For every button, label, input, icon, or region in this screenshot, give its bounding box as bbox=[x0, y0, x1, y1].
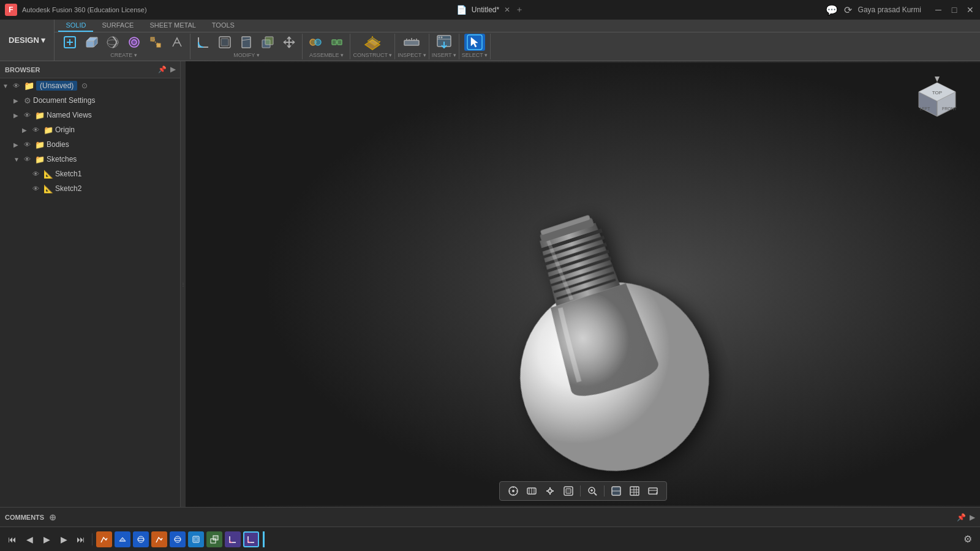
rib-button[interactable] bbox=[167, 34, 187, 51]
eye-unsaved[interactable]: 👁 bbox=[13, 82, 20, 89]
browser-resize-handle[interactable]: ⋮ bbox=[181, 61, 186, 507]
comments-expand-icon[interactable]: ▶ bbox=[970, 513, 975, 522]
timeline-item-1[interactable] bbox=[115, 531, 130, 547]
shell-button[interactable] bbox=[214, 34, 235, 51]
tab-tools[interactable]: TOOLS bbox=[205, 20, 242, 32]
timeline-item-0[interactable] bbox=[96, 531, 112, 547]
zoom-window-button[interactable] bbox=[584, 484, 601, 498]
comments-pin-icon[interactable]: 📌 bbox=[957, 513, 966, 522]
svg-rect-11 bbox=[157, 43, 160, 47]
browser-pin-icon[interactable]: 📌 bbox=[158, 66, 167, 73]
timeline-item-5[interactable] bbox=[188, 531, 204, 547]
create-label: CREATE ▾ bbox=[110, 52, 137, 58]
loft-button[interactable] bbox=[145, 34, 166, 51]
eye-sketch2[interactable]: 👁 bbox=[32, 185, 39, 192]
display-mode-button[interactable] bbox=[608, 484, 625, 498]
construct-group: CONSTRUCT ▾ bbox=[350, 34, 395, 59]
timeline-item-6[interactable] bbox=[206, 531, 222, 547]
minimize-button[interactable]: ─ bbox=[933, 5, 943, 15]
select-button[interactable] bbox=[464, 34, 485, 51]
eye-named[interactable]: 👁 bbox=[24, 111, 31, 119]
draft-button[interactable] bbox=[236, 34, 257, 51]
tab-solid[interactable]: SOLID bbox=[58, 20, 93, 32]
tree-item-bodies[interactable]: ▶ 👁 📁 Bodies bbox=[0, 137, 180, 152]
timeline-next-button[interactable]: ▶ bbox=[56, 532, 71, 547]
tab-surface[interactable]: SURFACE bbox=[94, 20, 141, 32]
offset-plane-button[interactable] bbox=[362, 34, 383, 51]
comments-add-icon[interactable]: ⊕ bbox=[49, 512, 56, 522]
select-label: SELECT ▾ bbox=[462, 52, 488, 58]
toolbar-buttons-row: CREATE ▾ bbox=[55, 32, 980, 61]
timeline-item-8[interactable] bbox=[243, 531, 259, 547]
tree-item-origin[interactable]: ▶ 👁 📁 Origin bbox=[0, 122, 180, 137]
svg-text:LEFT: LEFT bbox=[919, 107, 930, 111]
insert-buttons bbox=[434, 34, 454, 51]
browser-expand-icon[interactable]: ▶ bbox=[170, 66, 175, 73]
more-display-button[interactable] bbox=[644, 484, 662, 498]
fillet-icon bbox=[196, 35, 211, 50]
snap-button[interactable] bbox=[505, 484, 522, 498]
insert-group: INSERT ▾ bbox=[429, 34, 459, 59]
insert-mcmaster-button[interactable] bbox=[434, 34, 454, 51]
timeline-item-3[interactable] bbox=[151, 531, 167, 547]
svg-rect-68 bbox=[566, 489, 571, 493]
grid-toggle-button[interactable] bbox=[626, 484, 643, 498]
zoom-fit-button[interactable] bbox=[560, 484, 577, 498]
tree-item-sketches[interactable]: ▼ 👁 📁 Sketches bbox=[0, 152, 180, 167]
eye-origin[interactable]: 👁 bbox=[32, 126, 39, 133]
revolve-tl-icon bbox=[135, 534, 146, 545]
eye-sketch1[interactable]: 👁 bbox=[32, 170, 39, 178]
app-icon: F bbox=[5, 4, 17, 16]
timeline-item-7[interactable] bbox=[225, 531, 241, 547]
timeline-play-button[interactable]: ▶ bbox=[39, 532, 54, 547]
close-doc-button[interactable]: ✕ bbox=[504, 6, 510, 14]
construct-label: CONSTRUCT ▾ bbox=[353, 52, 392, 58]
folder-named-icon: 📁 bbox=[35, 111, 45, 120]
tree-item-sketch1[interactable]: ▶ 👁 📐 Sketch1 bbox=[0, 167, 180, 181]
pan-button[interactable] bbox=[541, 484, 559, 498]
combine-button[interactable] bbox=[257, 34, 278, 51]
timeline-item-4[interactable] bbox=[170, 531, 186, 547]
svg-line-70 bbox=[594, 493, 597, 495]
shell-icon bbox=[217, 35, 232, 50]
share-button[interactable]: ⟳ bbox=[844, 4, 852, 16]
timeline-prev-button[interactable]: ◀ bbox=[22, 532, 37, 547]
tab-sheet-metal[interactable]: SHEET METAL bbox=[142, 20, 203, 32]
sweep-icon bbox=[127, 35, 141, 50]
tree-item-named-views[interactable]: ▶ 👁 📁 Named Views bbox=[0, 108, 180, 122]
svg-rect-21 bbox=[332, 40, 336, 45]
new-component-button[interactable] bbox=[59, 34, 80, 51]
tree-label-origin: Origin bbox=[55, 126, 75, 134]
tree-item-sketch2[interactable]: ▶ 👁 📐 Sketch2 bbox=[0, 181, 180, 196]
close-button[interactable]: ✕ bbox=[965, 5, 975, 15]
tab-row: SOLID SURFACE SHEET METAL TOOLS bbox=[55, 20, 980, 32]
move-button[interactable] bbox=[279, 34, 300, 51]
timeline-first-button[interactable]: ⏮ bbox=[5, 532, 20, 547]
fillet-button[interactable] bbox=[193, 34, 214, 51]
timeline-settings-button[interactable]: ⚙ bbox=[960, 532, 975, 547]
tree-item-doc-settings[interactable]: ▶ ⚙ Document Settings bbox=[0, 93, 180, 108]
design-menu[interactable]: DESIGN ▾ bbox=[0, 20, 55, 61]
new-tab-button[interactable]: ＋ bbox=[515, 4, 524, 15]
viewport[interactable]: TOP LEFT FRONT bbox=[186, 61, 980, 507]
sweep-button[interactable] bbox=[124, 34, 145, 51]
nav-cube[interactable]: TOP LEFT FRONT bbox=[913, 73, 962, 122]
revolve-button[interactable] bbox=[102, 34, 123, 51]
extrude-button[interactable] bbox=[81, 34, 102, 51]
timeline-item-2[interactable] bbox=[133, 531, 149, 547]
maximize-button[interactable]: □ bbox=[949, 5, 959, 15]
rigid-group-button[interactable] bbox=[326, 34, 347, 51]
account-button[interactable]: Gaya prasad Kurmi bbox=[858, 6, 921, 14]
eye-bodies[interactable]: 👁 bbox=[24, 141, 31, 148]
rigid-group-icon bbox=[330, 35, 344, 50]
joint-button[interactable] bbox=[305, 34, 326, 51]
comment-button[interactable]: 💬 bbox=[826, 4, 838, 16]
eye-sketches[interactable]: 👁 bbox=[24, 156, 31, 163]
orbit-button[interactable] bbox=[523, 484, 540, 498]
comments-panel: COMMENTS ⊕ 📌 ▶ bbox=[0, 507, 980, 527]
extrude-icon bbox=[84, 35, 99, 50]
tree-item-unsaved[interactable]: ▼ 👁 📁 (Unsaved) ⊙ bbox=[0, 78, 180, 93]
measure-button[interactable] bbox=[401, 34, 422, 51]
title-left: F Autodesk Fusion 360 (Education License… bbox=[5, 4, 147, 16]
timeline-last-button[interactable]: ⏭ bbox=[74, 532, 88, 547]
